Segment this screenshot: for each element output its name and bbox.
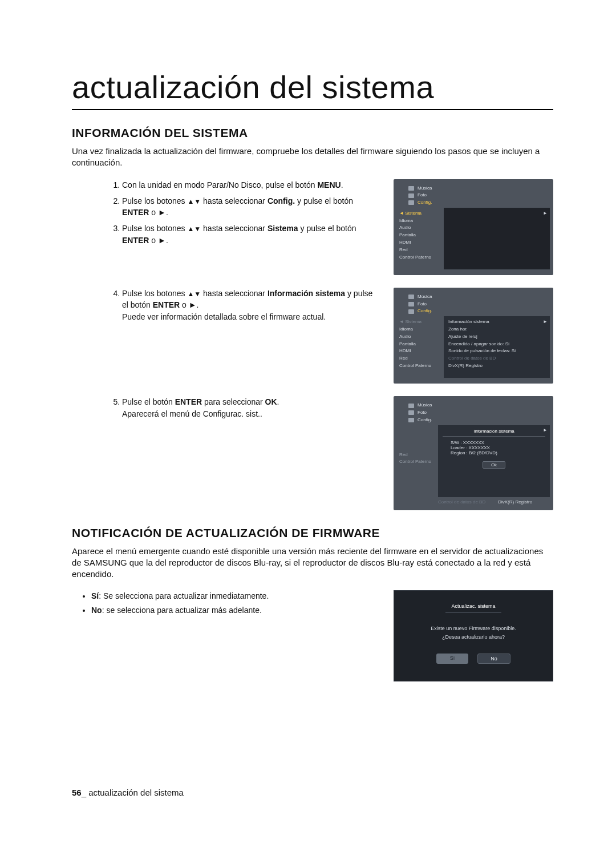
option-no: No: se selecciona para actualizar más ad… <box>91 604 381 616</box>
screenshot-info-sistema-list: Música Foto Config. ◄ Sistema Idioma Aud… <box>394 288 553 384</box>
steps-list-3: Pulse el botón ENTER para seleccionar OK… <box>72 396 381 420</box>
menu-idioma: Idioma <box>399 217 444 225</box>
photo-icon <box>408 302 414 306</box>
popup-region: Region : B/2 (BD/DVD) <box>443 450 545 455</box>
gear-icon <box>408 200 414 205</box>
foot-bd: Control de datos de BD <box>438 499 485 505</box>
up-down-icon: ▲▼ <box>187 197 201 205</box>
opt-encendido: Encendido / apagar sonido: Sí <box>448 341 545 348</box>
photo-icon <box>408 193 414 198</box>
page-footer: 56_ actualización del sistema <box>72 788 184 797</box>
opt-zona: Zona hor. <box>448 326 545 333</box>
footer-label: actualización del sistema <box>88 788 184 797</box>
page-title: actualización del sistema <box>72 68 553 110</box>
opt-bd: Control de datos de BD <box>448 355 545 362</box>
popup-loader: Loader : XXXXXXX <box>443 445 545 450</box>
section-firmware-heading: NOTIFICACIÓN DE ACTUALIZACIÓN DE FIRMWAR… <box>72 526 553 540</box>
menu-idioma: Idioma <box>399 326 444 333</box>
menu-red: Red <box>399 451 438 459</box>
menu-hdmi: HDMI <box>399 239 444 247</box>
section-info-intro: Una vez finalizada la actualización del … <box>72 146 553 169</box>
fw-popup-title: Actualizac. sistema <box>445 603 501 613</box>
menu-pantalla: Pantalla <box>399 232 444 239</box>
menu-audio: Audio <box>399 333 444 341</box>
fw-popup-line2: ¿Desea actualizarlo ahora? <box>431 633 516 641</box>
gear-icon <box>408 309 414 314</box>
option-si: Sí: Se selecciona para actualizar inmedi… <box>91 590 381 602</box>
fw-yes-button[interactable]: Sí <box>436 654 468 664</box>
ok-button[interactable]: Ok <box>483 461 505 469</box>
opt-info-sistema: Información sistema <box>448 318 545 326</box>
fw-popup-line1: Existe un nuevo Firmware disponible. <box>431 624 516 632</box>
menu-control-paterno: Control Paterno <box>399 254 444 261</box>
screenshot-firmware-popup: Actualizac. sistema Existe un nuevo Firm… <box>394 590 553 681</box>
foot-divx: DivX(R) Registro <box>498 499 532 505</box>
menu-red: Red <box>399 247 444 254</box>
step-2: Pulse los botones ▲▼ hasta seleccionar C… <box>122 195 381 219</box>
step-3: Pulse los botones ▲▼ hasta seleccionar S… <box>122 223 381 246</box>
chevron-right-icon: ► <box>543 318 548 326</box>
menu-sistema: ◄ Sistema <box>399 210 444 217</box>
up-down-icon: ▲▼ <box>187 290 201 298</box>
screenshot-config-sistema: Música Foto Config. ◄ Sistema Idioma Aud… <box>394 179 553 275</box>
section-info-heading: INFORMACIÓN DEL SISTEMA <box>72 126 553 140</box>
menu-pantalla: Pantalla <box>399 341 444 348</box>
page-number: 56 <box>72 788 82 797</box>
steps-list-1: Con la unidad en modo Parar/No Disco, pu… <box>72 179 381 247</box>
popup-title: Información sistema <box>443 429 545 437</box>
chevron-right-icon: ► <box>543 210 548 217</box>
firmware-options-list: Sí: Se selecciona para actualizar inmedi… <box>72 590 381 616</box>
gear-icon <box>408 418 414 422</box>
menu-sistema: ◄ Sistema <box>399 318 444 326</box>
steps-list-2: Pulse los botones ▲▼ hasta seleccionar I… <box>72 288 381 322</box>
step-5: Pulse el botón ENTER para seleccionar OK… <box>122 396 381 420</box>
menu-control-paterno: Control Paterno <box>399 458 438 466</box>
music-icon <box>408 186 414 191</box>
fw-no-button[interactable]: No <box>477 654 510 664</box>
step-4: Pulse los botones ▲▼ hasta seleccionar I… <box>122 288 381 322</box>
photo-icon <box>408 410 414 415</box>
music-icon <box>408 295 414 299</box>
music-icon <box>408 404 414 408</box>
menu-red: Red <box>399 355 444 362</box>
step-1: Con la unidad en modo Parar/No Disco, pu… <box>122 179 381 191</box>
opt-divx: DivX(R) Registro <box>448 362 545 370</box>
screenshot-info-sistema-popup: Música Foto Config. Red Control Paterno … <box>394 396 553 510</box>
menu-audio: Audio <box>399 224 444 232</box>
chevron-right-icon: ► <box>543 427 548 433</box>
opt-reloj: Ajuste de reloj <box>448 333 545 341</box>
menu-hdmi: HDMI <box>399 348 444 355</box>
up-down-icon: ▲▼ <box>187 225 201 233</box>
section-firmware-intro: Aparece el menú emergente cuando esté di… <box>72 546 553 580</box>
popup-sw: S/W : XXXXXXX <box>443 440 545 445</box>
opt-tecla: Sonido de pulsación de teclas: Sí <box>448 348 545 355</box>
menu-control-paterno: Control Paterno <box>399 362 444 370</box>
